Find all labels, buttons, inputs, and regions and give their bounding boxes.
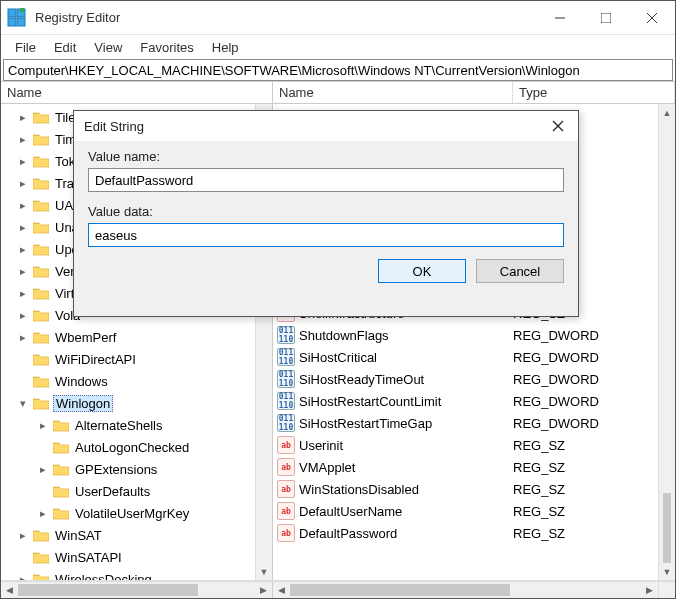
list-row[interactable]: abVMAppletREG_SZ bbox=[273, 456, 675, 478]
scroll-thumb[interactable] bbox=[18, 584, 198, 596]
folder-icon bbox=[33, 375, 49, 388]
list-vscrollbar[interactable]: ▲ ▼ bbox=[658, 104, 675, 580]
expand-icon[interactable]: ▸ bbox=[17, 243, 29, 256]
binary-value-icon: 011110 bbox=[277, 326, 295, 344]
value-name: SiHostReadyTimeOut bbox=[299, 372, 513, 387]
tree-item[interactable]: Windows bbox=[1, 370, 272, 392]
menu-favorites[interactable]: Favorites bbox=[132, 38, 201, 57]
expand-icon[interactable]: ▸ bbox=[17, 133, 29, 146]
list-row[interactable]: abDefaultPasswordREG_SZ bbox=[273, 522, 675, 544]
svg-rect-2 bbox=[8, 18, 16, 26]
svg-rect-3 bbox=[17, 18, 25, 26]
scroll-left-icon[interactable]: ◀ bbox=[1, 582, 18, 598]
tree-item[interactable]: UserDefaults bbox=[1, 480, 272, 502]
expand-icon[interactable]: ▸ bbox=[17, 573, 29, 581]
tree-item[interactable]: WiFiDirectAPI bbox=[1, 348, 272, 370]
folder-icon bbox=[33, 573, 49, 581]
list-hscrollbar[interactable]: ◀ ▶ bbox=[273, 581, 675, 598]
app-icon bbox=[7, 8, 27, 28]
value-name-label: Value name: bbox=[88, 149, 564, 164]
binary-value-icon: 011110 bbox=[277, 370, 295, 388]
dialog-titlebar[interactable]: Edit String bbox=[74, 111, 578, 141]
value-data-input[interactable] bbox=[88, 223, 564, 247]
folder-icon bbox=[33, 133, 49, 146]
menu-view[interactable]: View bbox=[86, 38, 130, 57]
expand-icon[interactable]: ▸ bbox=[17, 177, 29, 190]
scroll-up-icon[interactable]: ▲ bbox=[659, 104, 675, 121]
tree-item[interactable]: ▾Winlogon bbox=[1, 392, 272, 414]
menu-help[interactable]: Help bbox=[204, 38, 247, 57]
tree-item[interactable]: ▸GPExtensions bbox=[1, 458, 272, 480]
scroll-down-icon[interactable]: ▼ bbox=[256, 563, 272, 580]
expand-icon[interactable]: ▸ bbox=[37, 463, 49, 476]
size-grip[interactable] bbox=[658, 582, 675, 598]
value-type: REG_DWORD bbox=[513, 394, 675, 409]
address-bar[interactable]: Computer\HKEY_LOCAL_MACHINE\SOFTWARE\Mic… bbox=[3, 59, 673, 81]
tree-hscrollbar[interactable]: ◀ ▶ bbox=[1, 581, 273, 598]
tree-item-label: Winlogon bbox=[53, 395, 113, 412]
scroll-right-icon[interactable]: ▶ bbox=[255, 582, 272, 598]
expand-icon[interactable]: ▸ bbox=[17, 287, 29, 300]
binary-value-icon: 011110 bbox=[277, 392, 295, 410]
scroll-right-icon[interactable]: ▶ bbox=[641, 582, 658, 598]
tree-item[interactable]: ▸VolatileUserMgrKey bbox=[1, 502, 272, 524]
list-row[interactable]: 011110SiHostCriticalREG_DWORD bbox=[273, 346, 675, 368]
expand-icon[interactable]: ▸ bbox=[17, 155, 29, 168]
expand-icon[interactable]: ▸ bbox=[17, 529, 29, 542]
expand-icon[interactable]: ▸ bbox=[17, 199, 29, 212]
tree-item[interactable]: ▸WbemPerf bbox=[1, 326, 272, 348]
expand-icon[interactable]: ▸ bbox=[37, 507, 49, 520]
expand-icon[interactable]: ▸ bbox=[17, 331, 29, 344]
col-header-name[interactable]: Name bbox=[273, 82, 513, 103]
tree-item[interactable]: ▸WirelessDocking bbox=[1, 568, 272, 580]
tree-item-label: UserDefaults bbox=[73, 484, 152, 499]
folder-icon bbox=[33, 177, 49, 190]
folder-icon bbox=[53, 507, 69, 520]
tree-item[interactable]: AutoLogonChecked bbox=[1, 436, 272, 458]
tree-item-label: WinSATAPI bbox=[53, 550, 124, 565]
expand-icon[interactable]: ▾ bbox=[17, 397, 29, 410]
expand-icon[interactable]: ▸ bbox=[17, 221, 29, 234]
list-row[interactable]: abDefaultUserNameREG_SZ bbox=[273, 500, 675, 522]
list-row[interactable]: 011110SiHostReadyTimeOutREG_DWORD bbox=[273, 368, 675, 390]
list-row[interactable]: abUserinitREG_SZ bbox=[273, 434, 675, 456]
tree-header-name[interactable]: Name bbox=[1, 82, 241, 103]
tree-item[interactable]: WinSATAPI bbox=[1, 546, 272, 568]
list-row[interactable]: 011110SiHostRestartTimeGapREG_DWORD bbox=[273, 412, 675, 434]
list-row[interactable]: abWinStationsDisabledREG_SZ bbox=[273, 478, 675, 500]
menu-edit[interactable]: Edit bbox=[46, 38, 84, 57]
folder-icon bbox=[33, 287, 49, 300]
svg-rect-6 bbox=[601, 13, 611, 23]
menu-file[interactable]: File bbox=[7, 38, 44, 57]
tree-item-label: WiFiDirectAPI bbox=[53, 352, 138, 367]
string-value-icon: ab bbox=[277, 458, 295, 476]
close-button[interactable] bbox=[629, 1, 675, 35]
value-type: REG_DWORD bbox=[513, 372, 675, 387]
window-title: Registry Editor bbox=[35, 10, 537, 25]
scroll-thumb[interactable] bbox=[663, 493, 671, 563]
value-name: VMApplet bbox=[299, 460, 513, 475]
tree-item[interactable]: ▸AlternateShells bbox=[1, 414, 272, 436]
scroll-thumb[interactable] bbox=[290, 584, 510, 596]
value-name: Userinit bbox=[299, 438, 513, 453]
scroll-down-icon[interactable]: ▼ bbox=[659, 563, 675, 580]
expand-icon[interactable]: ▸ bbox=[17, 265, 29, 278]
minimize-button[interactable] bbox=[537, 1, 583, 35]
dialog-close-button[interactable] bbox=[538, 111, 578, 141]
list-row[interactable]: 011110ShutdownFlagsREG_DWORD bbox=[273, 324, 675, 346]
expand-icon[interactable]: ▸ bbox=[17, 111, 29, 124]
ok-button[interactable]: OK bbox=[378, 259, 466, 283]
expand-icon[interactable]: ▸ bbox=[17, 309, 29, 322]
tree-item-label: WbemPerf bbox=[53, 330, 118, 345]
col-header-type[interactable]: Type bbox=[513, 82, 675, 103]
tree-item[interactable]: ▸WinSAT bbox=[1, 524, 272, 546]
scroll-left-icon[interactable]: ◀ bbox=[273, 582, 290, 598]
string-value-icon: ab bbox=[277, 502, 295, 520]
maximize-button[interactable] bbox=[583, 1, 629, 35]
expand-icon[interactable]: ▸ bbox=[37, 419, 49, 432]
cancel-button[interactable]: Cancel bbox=[476, 259, 564, 283]
list-row[interactable]: 011110SiHostRestartCountLimitREG_DWORD bbox=[273, 390, 675, 412]
value-name-input[interactable] bbox=[88, 168, 564, 192]
value-name: DefaultUserName bbox=[299, 504, 513, 519]
folder-icon bbox=[33, 199, 49, 212]
